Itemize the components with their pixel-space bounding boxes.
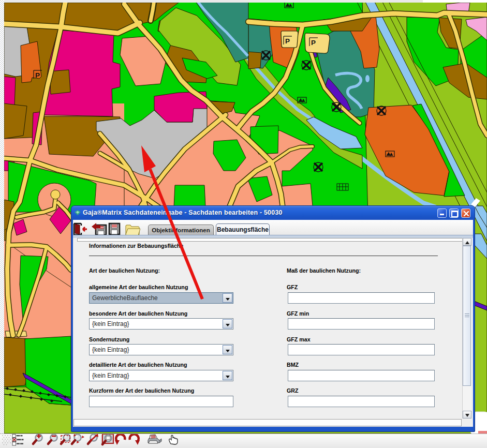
- svg-text:P: P: [311, 39, 316, 47]
- svg-text:P: P: [285, 37, 290, 45]
- svg-text:P: P: [35, 71, 40, 79]
